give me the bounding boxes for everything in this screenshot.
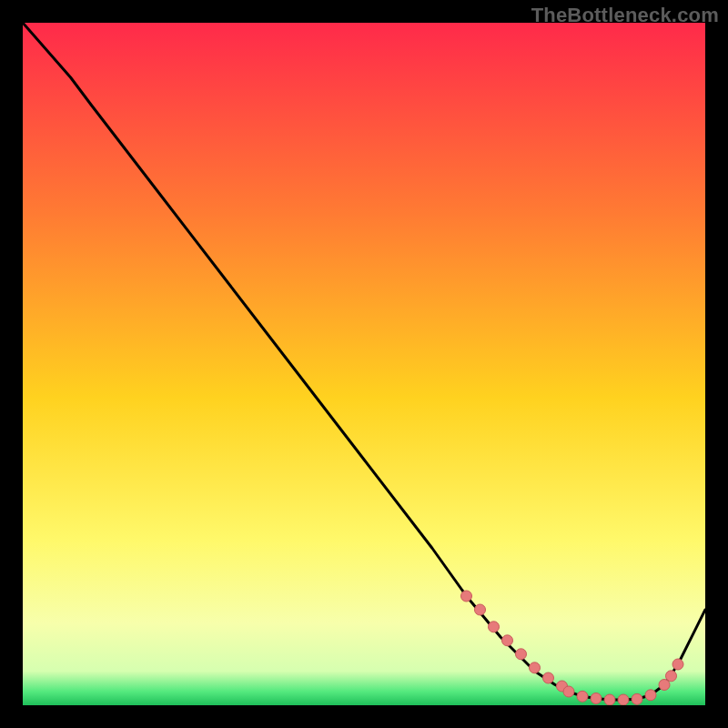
marker-dot (645, 690, 656, 701)
marker-dot (618, 694, 629, 705)
marker-dot (543, 672, 554, 683)
marker-dot (577, 691, 588, 702)
marker-dot (502, 635, 513, 646)
marker-dot (563, 686, 574, 697)
bottleneck-chart (23, 23, 705, 705)
marker-dot (666, 671, 677, 682)
marker-dot (632, 693, 642, 704)
marker-dot (672, 659, 683, 670)
marker-dot (604, 694, 615, 705)
marker-dot (516, 649, 527, 660)
marker-dot (461, 591, 472, 602)
chart-container: TheBottleneck.com (0, 0, 728, 728)
heatmap-bg (23, 23, 705, 705)
marker-dot (475, 604, 486, 615)
marker-dot (591, 693, 602, 704)
marker-dot (489, 622, 500, 632)
marker-dot (530, 662, 541, 673)
